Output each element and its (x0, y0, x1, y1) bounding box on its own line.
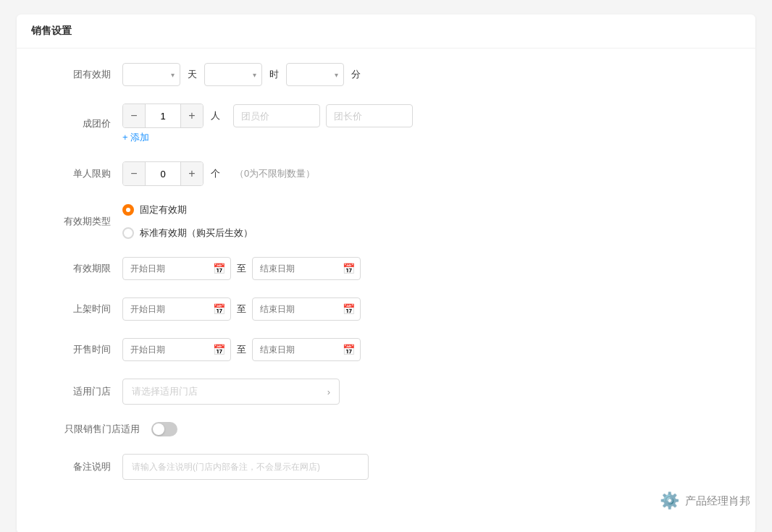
sale-time-content: 📅 至 📅 (122, 338, 726, 361)
validity-type-row: 有效期类型 固定有效期 标准有效期（购买后生效） (46, 203, 726, 240)
shelf-time-content: 📅 至 📅 (122, 297, 726, 321)
radio-standard[interactable]: 标准有效期（购买后生效） (122, 227, 253, 240)
validity-type-content: 固定有效期 标准有效期（购买后生效） (122, 203, 726, 240)
minute-select-wrap: ▾ (286, 63, 344, 86)
group-validity-label: 团有效期 (46, 68, 111, 81)
radio-fixed-circle (122, 204, 134, 216)
shelf-start-input[interactable] (122, 297, 231, 321)
shelf-time-row: 上架时间 📅 至 📅 (46, 297, 726, 321)
day-select-wrap: 1 2 3 ▾ (122, 63, 180, 86)
single-limit-stepper: − + (122, 161, 204, 186)
shelf-end-input[interactable] (252, 297, 361, 321)
single-unit: 个 (211, 167, 220, 180)
group-price-column: − + 人 + 添加 (122, 104, 413, 144)
applicable-stores-label: 适用门店 (46, 385, 111, 398)
applicable-stores-row: 适用门店 请选择适用门店 › (46, 379, 726, 405)
only-sale-stores-label: 只限销售门店适用 (46, 423, 140, 436)
hour-unit: 时 (269, 68, 279, 81)
group-price-label: 成团价 (46, 117, 111, 130)
validity-separator: 至 (237, 262, 246, 275)
quantity-input[interactable] (145, 104, 181, 127)
sale-separator: 至 (237, 343, 246, 356)
validity-period-row: 有效期限 📅 至 📅 (46, 257, 726, 280)
single-limit-row: 单人限购 − + 个 （0为不限制数量） (46, 161, 726, 186)
single-increment-button[interactable]: + (181, 162, 203, 185)
validity-start-input[interactable] (122, 257, 231, 280)
shelf-time-label: 上架时间 (46, 303, 111, 316)
hour-select-wrap: ▾ (204, 63, 262, 86)
only-sale-toggle[interactable] (151, 422, 177, 436)
minute-unit: 分 (351, 68, 361, 81)
single-decrement-button[interactable]: − (123, 162, 145, 185)
day-select[interactable]: 1 2 3 (122, 63, 180, 86)
validity-end-wrap: 📅 (252, 257, 361, 280)
validity-end-input[interactable] (252, 257, 361, 280)
validity-period-content: 📅 至 📅 (122, 257, 726, 280)
single-limit-content: − + 个 （0为不限制数量） (122, 161, 726, 186)
validity-radio-group: 固定有效期 标准有效期（购买后生效） (122, 203, 253, 240)
group-member-price-input[interactable] (233, 104, 320, 127)
radio-fixed-label: 固定有效期 (140, 203, 187, 216)
decrement-button[interactable]: − (123, 104, 145, 127)
group-validity-content: 1 2 3 ▾ 天 ▾ 时 (122, 63, 726, 86)
increment-button[interactable]: + (181, 104, 203, 127)
person-unit: 人 (211, 109, 220, 122)
group-price-row: 成团价 − + 人 + 添加 (46, 104, 726, 144)
shelf-date-range: 📅 至 📅 (122, 297, 361, 321)
toggle-knob (153, 423, 164, 435)
group-leader-price-input[interactable] (326, 104, 413, 127)
sale-date-range: 📅 至 📅 (122, 338, 361, 361)
remark-input[interactable] (122, 454, 369, 480)
single-limit-label: 单人限购 (46, 167, 111, 180)
validity-start-wrap: 📅 (122, 257, 231, 280)
hour-select[interactable] (204, 63, 262, 86)
sale-time-row: 开售时间 📅 至 📅 (46, 338, 726, 361)
remark-content (122, 454, 726, 480)
sale-time-label: 开售时间 (46, 343, 111, 356)
card-body: 团有效期 1 2 3 ▾ 天 ▾ (17, 48, 755, 512)
shelf-separator: 至 (237, 303, 246, 316)
group-quantity-stepper: − + (122, 104, 204, 128)
radio-standard-label: 标准有效期（购买后生效） (140, 227, 253, 240)
validity-period-label: 有效期限 (46, 262, 111, 275)
group-price-content: − + 人 + 添加 (122, 104, 726, 144)
remark-row: 备注说明 (46, 454, 726, 480)
validity-date-range: 📅 至 📅 (122, 257, 361, 280)
validity-type-label: 有效期类型 (46, 215, 111, 228)
group-validity-row: 团有效期 1 2 3 ▾ 天 ▾ (46, 63, 726, 86)
card-title: 销售设置 (17, 14, 755, 48)
radio-standard-circle (122, 227, 134, 239)
remark-label: 备注说明 (46, 460, 111, 473)
sale-end-wrap: 📅 (252, 338, 361, 361)
shelf-start-wrap: 📅 (122, 297, 231, 321)
single-hint: （0为不限制数量） (235, 167, 315, 180)
sales-settings-card: 销售设置 团有效期 1 2 3 ▾ 天 (17, 14, 755, 532)
minute-select[interactable] (286, 63, 344, 86)
single-quantity-input[interactable] (145, 162, 181, 185)
applicable-stores-content: 请选择适用门店 › (122, 379, 726, 405)
sale-start-input[interactable] (122, 338, 231, 361)
store-select-button[interactable]: 请选择适用门店 › (122, 379, 340, 405)
sale-start-wrap: 📅 (122, 338, 231, 361)
store-chevron-icon: › (327, 387, 330, 397)
only-sale-stores-row: 只限销售门店适用 (46, 422, 726, 436)
only-sale-stores-content (151, 422, 726, 436)
store-select-placeholder: 请选择适用门店 (132, 385, 198, 398)
sale-end-input[interactable] (252, 338, 361, 361)
shelf-end-wrap: 📅 (252, 297, 361, 321)
add-price-link[interactable]: + 添加 (122, 131, 413, 144)
day-unit: 天 (188, 68, 197, 81)
radio-fixed[interactable]: 固定有效期 (122, 203, 253, 216)
